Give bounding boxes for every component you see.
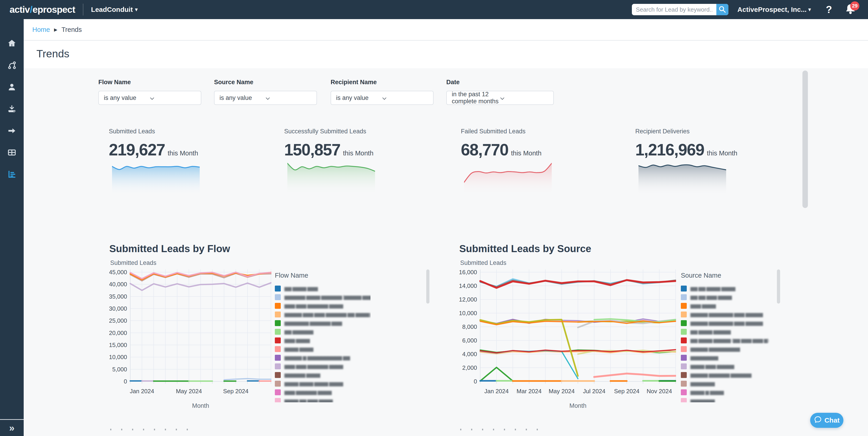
sidebar-item-submissions[interactable] xyxy=(7,127,17,136)
lead-search xyxy=(632,4,728,15)
legend-label-redacted: ▆▆▆▆▆ ▆▆▆▆▆▆ ▆▆▆▆▆▆ xyxy=(690,372,751,378)
recipient-name-select[interactable]: is any value xyxy=(331,91,434,105)
leadconduit-app-menu[interactable]: LeadConduit ▾ xyxy=(91,6,137,13)
svg-text:35,000: 35,000 xyxy=(109,293,127,300)
legend-item[interactable]: ▆▆▆▆ ▆▆▆▆ xyxy=(275,345,370,354)
svg-text:10,000: 10,000 xyxy=(109,354,127,361)
legend-item[interactable]: ▆▆▆ ▆▆▆▆ xyxy=(681,302,776,310)
bell-icon xyxy=(845,12,856,16)
legend-item[interactable]: ▆▆▆▆▆▆▆ xyxy=(681,379,776,388)
legend-item[interactable]: ▆▆▆▆▆▆▆ xyxy=(681,397,776,402)
legend-item[interactable]: ▆▆▆ ▆▆▆ ▆▆▆▆▆▆ ▆▆▆▆ xyxy=(275,302,370,310)
search-button[interactable] xyxy=(716,4,728,15)
legend-item[interactable]: ▆▆▆▆▆ ▆▆▆▆▆▆▆▆▆ xyxy=(681,345,776,354)
legend-swatch-icon xyxy=(275,363,281,369)
legend-item[interactable]: ▆▆▆ ▆▆▆▆ xyxy=(275,336,370,345)
legend-label-redacted: ▆▆ ▆▆▆▆ ▆▆▆ xyxy=(284,286,318,291)
legend-label-redacted: ▆▆ ▆▆ ▆▆▆▆ ▆▆▆▆ xyxy=(690,286,735,291)
chevron-down-icon: ▾ xyxy=(808,7,811,12)
topbar-divider xyxy=(83,4,83,15)
legend-label-redacted: ▆▆▆▆▆ ▆▆▆▆▆▆▆ ▆▆▆ ▆▆▆▆▆ xyxy=(690,312,763,317)
legend-swatch-icon xyxy=(275,346,281,352)
breadcrumb-home-link[interactable]: Home xyxy=(32,26,50,33)
chevron-down-icon xyxy=(500,94,548,101)
svg-text:0: 0 xyxy=(474,378,477,385)
legend-item[interactable]: ▆▆ ▆▆▆▆ ▆▆▆▆▆ xyxy=(681,328,776,336)
legend-swatch-icon xyxy=(681,320,687,326)
legend-title: Flow Name xyxy=(275,272,370,279)
svg-text:2,000: 2,000 xyxy=(462,364,477,371)
legend-item[interactable]: ▆▆▆▆▆▆ ▆▆▆▆ xyxy=(275,371,370,379)
legend-item[interactable]: ▆▆▆ ▆▆▆▆▆▆ ▆▆▆▆ xyxy=(275,388,370,397)
legend-item[interactable]: ▆▆▆▆▆ ▆▆▆▆▆▆▆ ▆▆▆ ▆▆▆▆▆ xyxy=(681,310,776,319)
sidebar-item-imports[interactable] xyxy=(7,105,17,114)
legend-item[interactable]: ▆▆▆▆▆ ▆▆▆ ▆▆▆ ▆▆▆▆▆▆ ▆▆ ▆▆▆▆ ▆▆ ▆▆▆ (▆▆ xyxy=(275,310,370,319)
legend-item[interactable]: ▆▆▆▆▆ ▆ ▆▆▆▆▆▆▆▆▆▆ ▆▆ xyxy=(275,354,370,362)
legend-item[interactable]: ▆▆▆▆▆▆▆ ▆▆▆▆▆▆ ▆▆▆ xyxy=(275,319,370,328)
legend-item[interactable]: ▆▆ ▆▆ ▆▆▆ ▆▆▆▆ xyxy=(681,293,776,302)
clipped-next-chart-title xyxy=(460,429,542,430)
legend-item[interactable]: ▆▆▆▆ ▆ ▆▆▆▆ xyxy=(681,388,776,397)
filter-date: Date in the past 12 complete months xyxy=(446,79,554,105)
legend-swatch-icon xyxy=(681,346,687,352)
chat-button[interactable]: Chat xyxy=(810,413,843,428)
legend-item[interactable]: ▆▆▆▆▆ ▆▆▆▆▆▆ ▆▆▆▆▆▆ xyxy=(681,371,776,379)
sidebar-expand-button[interactable]: » xyxy=(0,419,24,436)
filter-label: Recipient Name xyxy=(331,79,434,86)
svg-text:25,000: 25,000 xyxy=(109,317,127,324)
legend-label-redacted: ▆▆ ▆▆▆▆▆▆ xyxy=(284,329,313,335)
legend-item[interactable]: ▆▆ ▆▆ ▆▆▆▆ ▆▆▆▆ xyxy=(681,284,776,293)
legend-label-redacted: ▆▆ ▆▆▆▆ ▆▆▆▆▆ xyxy=(690,329,731,335)
svg-text:30,000: 30,000 xyxy=(109,305,127,312)
flow-name-select[interactable]: is any value xyxy=(98,91,201,105)
sidebar-item-reports-active[interactable] xyxy=(7,170,17,179)
legend-item[interactable]: ▆▆▆▆▆▆ ▆▆▆▆ ▆▆▆▆▆▆ [▆▆▆▆▆ ▆▆▆] xyxy=(275,293,370,302)
legend-label-redacted: ▆▆▆ ▆▆▆▆▆▆ ▆▆▆▆ xyxy=(284,390,332,395)
legend-label-redacted: ▆▆▆▆▆ ▆▆▆ ▆▆▆ ▆▆▆▆▆▆ ▆▆ ▆▆▆▆ ▆▆ ▆▆▆ (▆▆ xyxy=(284,312,370,317)
chart-submitted-leads-by-flow: Submitted Leads by Flow Submitted Leads … xyxy=(109,243,432,402)
source-name-select[interactable]: is any value xyxy=(214,91,317,105)
legend-scrollbar[interactable] xyxy=(426,269,429,304)
sidebar-item-flows[interactable] xyxy=(7,61,17,70)
dashboard-scrollbar-thumb[interactable] xyxy=(802,71,808,208)
sidebar-item-home[interactable] xyxy=(7,39,17,48)
svg-text:10,000: 10,000 xyxy=(459,310,477,316)
legend-item[interactable]: ▆▆▆▆ ▆▆▆ ▆▆▆▆▆ xyxy=(681,362,776,371)
legend-item[interactable]: ▆▆▆▆▆▆▆▆ xyxy=(681,354,776,362)
y-axis-label: Submitted Leads xyxy=(460,260,506,266)
flow-branch-icon xyxy=(7,61,17,71)
legend-scrollbar[interactable] xyxy=(777,269,780,304)
account-menu[interactable]: ActiveProspect, Inc... ▾ xyxy=(738,6,811,13)
sidebar-item-contacts[interactable] xyxy=(7,83,17,92)
top-navbar: activ/eprospect LeadConduit ▾ ActivePros… xyxy=(0,0,868,19)
svg-text:May 2024: May 2024 xyxy=(549,388,575,395)
legend-item[interactable]: ▆▆▆▆ ▆▆ ▆▆▆ ▆▆▆▆ xyxy=(275,397,370,402)
search-input[interactable] xyxy=(632,4,716,15)
legend-swatch-icon xyxy=(681,303,687,309)
legend-item[interactable]: ▆▆ ▆▆▆▆ ▆▆▆▆▆ (▆▆ ▆▆▆ ▆▆▆ ▆) xyxy=(681,336,776,345)
date-select[interactable]: in the past 12 complete months xyxy=(446,91,554,105)
activeprospect-logo[interactable]: activ/eprospect xyxy=(9,4,75,15)
legend-item[interactable]: ▆▆▆▆ ▆▆▆▆ ▆▆▆▆ ▆▆▆▆ xyxy=(275,379,370,388)
svg-text:45,000: 45,000 xyxy=(109,269,127,275)
kpi-value: 1,216,969 xyxy=(635,141,704,159)
notifications-button[interactable]: 29 xyxy=(845,4,856,15)
legend-item[interactable]: ▆▆▆▆▆ ▆▆▆▆▆▆▆ ▆▆▆ ▆▆▆▆▆ xyxy=(681,319,776,328)
help-button[interactable]: ? xyxy=(826,4,832,15)
svg-text:4,000: 4,000 xyxy=(462,351,477,358)
legend-item[interactable]: ▆▆▆ ▆▆▆ ▆▆▆▆▆▆ ▆▆▆▆ xyxy=(275,362,370,371)
svg-text:May 2024: May 2024 xyxy=(176,388,202,395)
line-chart-plot: 05,00010,00015,00020,00025,00030,00035,0… xyxy=(109,268,272,416)
chevron-down-icon: ▾ xyxy=(135,7,137,12)
kpi-label: Submitted Leads xyxy=(109,128,216,135)
sidebar-item-tables[interactable] xyxy=(7,148,17,158)
chart-legend: Flow Name ▆▆ ▆▆▆▆ ▆▆▆▆▆▆▆▆▆ ▆▆▆▆ ▆▆▆▆▆▆ … xyxy=(275,272,370,402)
svg-text:Nov 2024: Nov 2024 xyxy=(647,388,672,395)
chart-legend: Source Name ▆▆ ▆▆ ▆▆▆▆ ▆▆▆▆▆▆ ▆▆ ▆▆▆ ▆▆▆… xyxy=(681,272,776,402)
legend-swatch-icon xyxy=(275,303,281,309)
person-icon xyxy=(7,82,17,92)
kpi-failed-leads: Failed Submitted Leads 68,770this Month xyxy=(461,128,568,159)
legend-item[interactable]: ▆▆ ▆▆▆▆▆▆ xyxy=(275,328,370,336)
legend-item[interactable]: ▆▆ ▆▆▆▆ ▆▆▆ xyxy=(275,284,370,293)
arrow-right-icon xyxy=(7,126,17,136)
